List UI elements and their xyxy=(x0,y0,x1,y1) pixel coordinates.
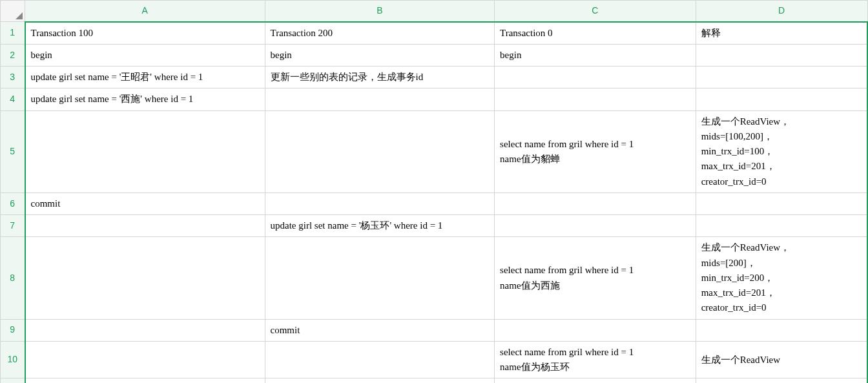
cell-C2[interactable]: begin xyxy=(495,44,696,66)
cell-A10[interactable] xyxy=(25,341,265,378)
table-row: 7 update girl set name = '杨玉环' where id … xyxy=(1,215,868,237)
cell-B6[interactable] xyxy=(265,192,495,214)
spreadsheet-grid: A B C D 1 Transaction 100 Transaction 20… xyxy=(0,0,868,383)
table-row: 11 commit xyxy=(1,378,868,383)
row-header[interactable]: 4 xyxy=(1,88,25,110)
row-header[interactable]: 8 xyxy=(1,237,25,319)
cell-C3[interactable] xyxy=(495,67,696,88)
cell-D6[interactable] xyxy=(696,192,867,214)
row-header[interactable]: 6 xyxy=(1,192,25,214)
row-header[interactable]: 11 xyxy=(1,378,25,383)
col-header-D[interactable]: D xyxy=(696,1,867,22)
cell-C7[interactable] xyxy=(495,215,696,237)
cell-B1[interactable]: Transaction 200 xyxy=(265,22,495,45)
cell-C4[interactable] xyxy=(495,88,696,110)
cell-B3[interactable]: 更新一些别的表的记录，生成事务id xyxy=(265,67,495,88)
row-header[interactable]: 3 xyxy=(1,67,25,88)
col-header-B[interactable]: B xyxy=(265,1,495,22)
cell-C10[interactable]: select name from gril where id = 1 name值… xyxy=(495,341,696,378)
table-row: 2 begin begin begin xyxy=(1,44,868,66)
row-header[interactable]: 7 xyxy=(1,215,25,237)
cell-C5[interactable]: select name from gril where id = 1 name值… xyxy=(495,110,696,192)
cell-A7[interactable] xyxy=(25,215,265,237)
cell-C11[interactable]: commit xyxy=(495,378,696,383)
cell-B5[interactable] xyxy=(265,110,495,192)
table-row: 5 select name from gril where id = 1 nam… xyxy=(1,110,868,192)
cell-B2[interactable]: begin xyxy=(265,44,495,66)
table-row: 6 commit xyxy=(1,192,868,214)
cell-B4[interactable] xyxy=(265,88,495,110)
column-header-row: A B C D xyxy=(1,1,868,22)
row-header[interactable]: 9 xyxy=(1,319,25,341)
row-header[interactable]: 2 xyxy=(1,44,25,66)
cell-B11[interactable] xyxy=(265,378,495,383)
cell-A2[interactable]: begin xyxy=(25,44,265,66)
cell-A3[interactable]: update girl set name = '王昭君' where id = … xyxy=(25,67,265,88)
row-header[interactable]: 5 xyxy=(1,110,25,192)
table-row: 10 select name from gril where id = 1 na… xyxy=(1,341,868,378)
cell-D10[interactable]: 生成一个ReadView xyxy=(696,341,867,378)
cell-A5[interactable] xyxy=(25,110,265,192)
row-header[interactable]: 1 xyxy=(1,22,25,45)
cell-B8[interactable] xyxy=(265,237,495,319)
cell-A8[interactable] xyxy=(25,237,265,319)
cell-D5[interactable]: 生成一个ReadView， mids=[100,200]， min_trx_id… xyxy=(696,110,867,192)
cell-B7[interactable]: update girl set name = '杨玉环' where id = … xyxy=(265,215,495,237)
cell-C8[interactable]: select name from gril where id = 1 name值… xyxy=(495,237,696,319)
cell-B9[interactable]: commit xyxy=(265,319,495,341)
select-all-corner[interactable] xyxy=(1,1,25,22)
table-row: 9 commit xyxy=(1,319,868,341)
table-row: 4 update girl set name = '西施' where id =… xyxy=(1,88,868,110)
row-header[interactable]: 10 xyxy=(1,341,25,378)
cell-C9[interactable] xyxy=(495,319,696,341)
cell-D1[interactable]: 解释 xyxy=(696,22,867,45)
cell-D11[interactable] xyxy=(696,378,867,383)
table-row: 8 select name from gril where id = 1 nam… xyxy=(1,237,868,319)
cell-D4[interactable] xyxy=(696,88,867,110)
cell-A11[interactable] xyxy=(25,378,265,383)
col-header-A[interactable]: A xyxy=(25,1,265,22)
cell-B10[interactable] xyxy=(265,341,495,378)
cell-D2[interactable] xyxy=(696,44,867,66)
cell-A6[interactable]: commit xyxy=(25,192,265,214)
cell-D8[interactable]: 生成一个ReadView， mids=[200]， min_trx_id=200… xyxy=(696,237,867,319)
cell-D7[interactable] xyxy=(696,215,867,237)
table-row: 3 update girl set name = '王昭君' where id … xyxy=(1,67,868,88)
table-row: 1 Transaction 100 Transaction 200 Transa… xyxy=(1,22,868,45)
cell-D3[interactable] xyxy=(696,67,867,88)
cell-D9[interactable] xyxy=(696,319,867,341)
cell-A9[interactable] xyxy=(25,319,265,341)
cell-C6[interactable] xyxy=(495,192,696,214)
col-header-C[interactable]: C xyxy=(495,1,696,22)
cell-A4[interactable]: update girl set name = '西施' where id = 1 xyxy=(25,88,265,110)
cell-A1[interactable]: Transaction 100 xyxy=(25,22,265,45)
cell-C1[interactable]: Transaction 0 xyxy=(495,22,696,45)
